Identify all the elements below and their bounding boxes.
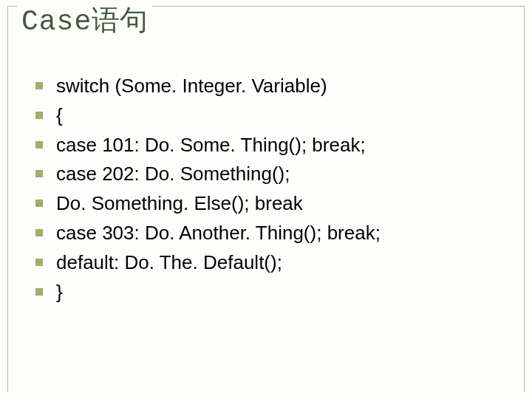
bullet-text: { — [56, 103, 63, 129]
title-mono-part: Case — [21, 6, 92, 38]
bullet-text: Do. Something. Else(); break — [56, 191, 303, 216]
title-cjk-part: 语句 — [92, 4, 148, 35]
bullet-text: case 202: Do. Something(); — [56, 162, 290, 187]
bullet-icon — [35, 112, 43, 119]
bullet-text: default: Do. The. Default(); — [56, 250, 282, 276]
list-item: Do. Something. Else(); break — [35, 191, 517, 216]
bullet-icon — [35, 170, 43, 177]
list-item: default: Do. The. Default(); — [35, 250, 517, 276]
list-item: case 303: Do. Another. Thing(); break; — [35, 221, 517, 246]
bullet-text: } — [56, 280, 63, 305]
bullet-text: switch (Some. Integer. Variable) — [56, 74, 327, 99]
bullet-text: case 303: Do. Another. Thing(); break; — [56, 221, 381, 246]
bullet-icon — [35, 229, 43, 236]
title-container: Case语句 — [17, 4, 152, 39]
list-item: switch (Some. Integer. Variable) — [35, 74, 517, 99]
list-item: { — [35, 103, 517, 129]
list-item: case 101: Do. Some. Thing(); break; — [35, 133, 517, 158]
bullet-text: case 101: Do. Some. Thing(); break; — [56, 133, 366, 158]
list-item: } — [35, 280, 517, 305]
slide-title: Case语句 — [21, 4, 148, 39]
bullet-icon — [35, 259, 43, 266]
bullet-icon — [35, 141, 43, 149]
bullet-icon — [35, 288, 43, 296]
bullet-list: switch (Some. Integer. Variable) { case … — [35, 74, 517, 309]
bullet-icon — [35, 82, 43, 89]
list-item: case 202: Do. Something(); — [35, 162, 517, 187]
bullet-icon — [35, 200, 43, 207]
